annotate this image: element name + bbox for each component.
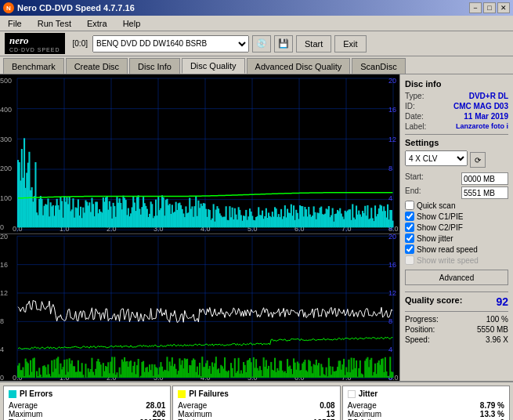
- tab-create-disc[interactable]: Create Disc: [66, 58, 128, 74]
- settings-title: Settings: [405, 138, 508, 147]
- end-input[interactable]: [461, 186, 508, 199]
- stats-bar: PI Errors Average 28.01 Maximum 206 Tota…: [0, 381, 513, 420]
- chart-canvas: [0, 74, 399, 381]
- side-panel: Disc info Type: DVD+R DL ID: CMC MAG D03…: [399, 74, 513, 381]
- pi-errors-color: [9, 390, 16, 398]
- show-jitter-row: Show jitter: [405, 234, 508, 243]
- minimize-button[interactable]: −: [469, 2, 482, 13]
- quick-scan-label: Quick scan: [417, 201, 455, 210]
- speed-display-label: Speed:: [405, 335, 430, 344]
- show-c2pif-check[interactable]: [405, 223, 414, 232]
- label-label: Label:: [405, 122, 426, 131]
- pi-failures-rows: Average 0.08 Maximum 13 Total 13527: [178, 401, 334, 420]
- advanced-button[interactable]: Advanced: [405, 270, 508, 285]
- menu-file[interactable]: File: [3, 17, 27, 30]
- menu-run-test[interactable]: Run Test: [33, 17, 76, 30]
- menu-extra[interactable]: Extra: [82, 17, 112, 30]
- show-c1pie-check[interactable]: [405, 212, 414, 221]
- divider-3: [405, 311, 508, 312]
- quality-score-label: Quality score:: [405, 295, 462, 308]
- pi-failures-title: PI Failures: [178, 389, 334, 398]
- jitter-avg-label: Average: [348, 401, 377, 410]
- progress-label: Progress:: [405, 315, 439, 324]
- menu-bar: File Run Test Extra Help: [0, 16, 513, 31]
- quality-score-value: 92: [496, 295, 508, 308]
- title-bar-text: Nero CD-DVD Speed 4.7.7.16: [17, 3, 135, 13]
- tabs: Benchmark Create Disc Disc Info Disc Qua…: [0, 56, 513, 74]
- pif-max-value: 13: [327, 410, 335, 418]
- progress-row: Progress: 100 %: [405, 315, 508, 324]
- show-read-speed-check[interactable]: [405, 244, 414, 254]
- jitter-group: Jitter Average 8.79 % Maximum 13.3 % PO …: [342, 386, 510, 420]
- speed-row: 4 X CLV ⟳: [405, 150, 508, 169]
- speed-display-row: Speed: 3.96 X: [405, 335, 508, 344]
- show-c2pif-label: Show C2/PIF: [417, 223, 463, 232]
- position-value: 5550 MB: [477, 325, 508, 334]
- show-read-speed-row: Show read speed: [405, 244, 508, 254]
- pi-errors-label: PI Errors: [20, 389, 52, 398]
- logo-sub: CD·DVD SPEED: [9, 47, 60, 52]
- pi-max-row: Maximum 206: [9, 410, 165, 418]
- date-label: Date:: [405, 112, 424, 121]
- maximize-button[interactable]: □: [483, 2, 496, 13]
- divider-2: [405, 291, 508, 292]
- chart-area: [0, 74, 399, 381]
- save-icon-btn[interactable]: 💾: [274, 35, 293, 52]
- tab-advanced-disc-quality[interactable]: Advanced Disc Quality: [247, 58, 351, 74]
- jitter-avg-row: Average 8.79 %: [348, 401, 504, 410]
- show-jitter-check[interactable]: [405, 234, 414, 243]
- disk-icon-btn[interactable]: 💿: [252, 35, 271, 52]
- disc-date-row: Date: 11 Mar 2019: [405, 112, 508, 121]
- progress-value: 100 %: [486, 315, 508, 324]
- disc-type-row: Type: DVD+R DL: [405, 92, 508, 100]
- jitter-color: [348, 390, 356, 398]
- title-bar-buttons: − □ ✕: [469, 2, 510, 13]
- show-write-speed-check[interactable]: [405, 255, 414, 265]
- tab-scan-disc[interactable]: ScanDisc: [352, 58, 405, 74]
- speed-icon-btn[interactable]: ⟳: [470, 152, 486, 168]
- label-value: Lanzarote foto i: [456, 122, 508, 131]
- toolbar: nero CD·DVD SPEED [0:0] BENQ DVD DD DW16…: [0, 31, 513, 56]
- menu-help[interactable]: Help: [118, 17, 146, 30]
- exit-button[interactable]: Exit: [334, 35, 366, 52]
- start-row: Start:: [405, 172, 508, 185]
- start-label: Start:: [405, 172, 424, 185]
- show-read-speed-label: Show read speed: [417, 245, 478, 254]
- position-label: Position:: [405, 325, 435, 334]
- title-bar: N Nero CD-DVD Speed 4.7.7.16 − □ ✕: [0, 0, 513, 16]
- pif-avg-value: 0.08: [320, 401, 334, 410]
- pif-avg-label: Average: [178, 401, 207, 410]
- close-button[interactable]: ✕: [497, 2, 510, 13]
- tab-disc-quality[interactable]: Disc Quality: [182, 58, 245, 74]
- jitter-title: Jitter: [348, 389, 504, 398]
- jitter-max-label: Maximum: [348, 410, 381, 418]
- pi-errors-group: PI Errors Average 28.01 Maximum 206 Tota…: [3, 386, 171, 420]
- start-button[interactable]: Start: [296, 35, 331, 52]
- jitter-label: Jitter: [359, 389, 378, 398]
- app-icon: N: [3, 2, 14, 13]
- pi-max-label: Maximum: [9, 410, 42, 418]
- disc-id-row: ID: CMC MAG D03: [405, 102, 508, 110]
- quality-score-row: Quality score: 92: [405, 295, 508, 308]
- pi-failures-group: PI Failures Average 0.08 Maximum 13 Tota…: [172, 386, 340, 420]
- type-label: Type:: [405, 92, 424, 100]
- tab-benchmark[interactable]: Benchmark: [3, 58, 64, 74]
- quick-scan-check[interactable]: [405, 201, 414, 210]
- disc-label-row: Label: Lanzarote foto i: [405, 122, 508, 131]
- pi-errors-rows: Average 28.01 Maximum 206 Total 621770: [9, 401, 165, 420]
- drive-select[interactable]: BENQ DVD DD DW1640 BSRB: [92, 35, 249, 52]
- speed-select[interactable]: 4 X CLV: [405, 150, 468, 166]
- pi-avg-label: Average: [9, 401, 38, 410]
- main-content: Disc info Type: DVD+R DL ID: CMC MAG D03…: [0, 74, 513, 381]
- nero-logo: nero CD·DVD SPEED: [5, 33, 65, 54]
- speed-display-value: 3.96 X: [486, 335, 508, 344]
- title-bar-left: N Nero CD-DVD Speed 4.7.7.16: [3, 2, 135, 13]
- pif-avg-row: Average 0.08: [178, 401, 334, 410]
- show-c1pie-row: Show C1/PIE: [405, 212, 508, 221]
- show-c1pie-label: Show C1/PIE: [417, 212, 463, 221]
- start-input[interactable]: [461, 172, 508, 185]
- tab-disc-info[interactable]: Disc Info: [129, 58, 180, 74]
- jitter-max-value: 13.3 %: [480, 410, 504, 418]
- show-c2pif-row: Show C2/PIF: [405, 223, 508, 232]
- pi-errors-title: PI Errors: [9, 389, 165, 398]
